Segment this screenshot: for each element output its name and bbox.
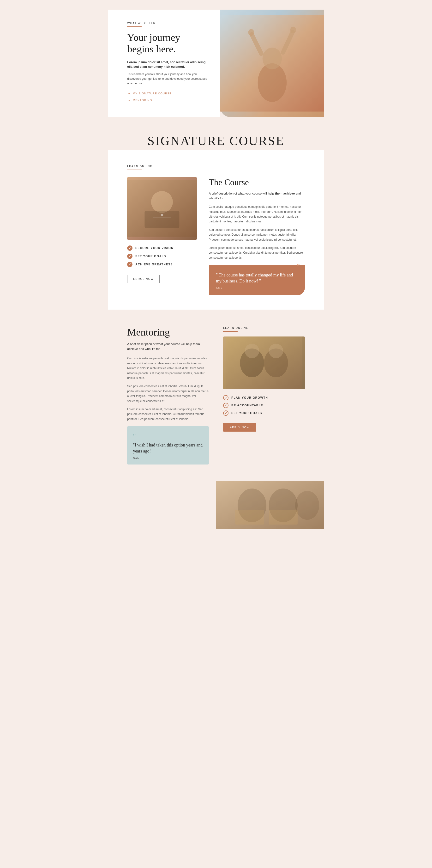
svg-rect-21 [235, 510, 264, 525]
mentoring-body-1: Cum sociis natoque penatibus et magnis d… [127, 356, 209, 380]
hero-link-course[interactable]: → MY SIGNATURE COURSE [127, 92, 208, 95]
hero-image [220, 10, 324, 117]
testimonial-author: AMY [216, 286, 298, 289]
mentoring-checklist-item-3: SET YOUR GOALS [223, 410, 305, 416]
mentoring-checklist-item-2: BE ACCOUNTABLE [223, 403, 305, 408]
arrow-icon-mentoring: → [127, 98, 131, 102]
mentoring-section: Mentoring A brief description of what yo… [108, 310, 324, 481]
course-right: The Course A brief description of what y… [209, 177, 305, 295]
course-body-3: Lorem ipsum dolor sit amet, consectetur … [209, 245, 305, 260]
hero-desc: This is where you talk about your journe… [127, 72, 208, 86]
hero-link-mentoring[interactable]: → MENTORING [127, 98, 208, 102]
checklist-item-1: SECURE YOUR VISION [127, 245, 197, 251]
course-image [127, 177, 197, 240]
signature-course-banner: SIGNATURE COURSE [108, 127, 324, 150]
mentoring-check-icon-1 [223, 395, 229, 400]
svg-point-16 [269, 344, 283, 358]
checklist-item-2: SET YOUR GOALS [127, 254, 197, 259]
mentoring-check-icon-2 [223, 403, 229, 408]
svg-point-6 [290, 27, 296, 33]
mentoring-check-icon-3 [223, 410, 229, 416]
mentoring-body-3: Lorem ipsum dolor sit amet, consectetur … [127, 407, 209, 422]
svg-point-20 [295, 491, 319, 520]
mentoring-brief: A brief description of what your course … [127, 342, 209, 351]
mentoring-image [223, 337, 305, 389]
signature-course-title: SIGNATURE COURSE [108, 134, 324, 148]
mentoring-testimonial: " "I wish I had taken this option years … [127, 426, 209, 464]
course-section: LEARN ONLINE [108, 150, 324, 310]
hero-bold-desc: Lorem ipsum dolor sit amet, consectetuer… [127, 60, 208, 69]
mentoring-left: Mentoring A brief description of what yo… [127, 327, 209, 464]
mentoring-quote-icon: " [133, 432, 203, 440]
mentoring-checklist-label-3: SET YOUR GOALS [231, 411, 262, 415]
svg-point-2 [263, 48, 282, 69]
svg-rect-9 [144, 211, 179, 228]
hero-left: WHAT WE OFFER Your journey begins here. … [108, 10, 220, 117]
check-icon-2 [127, 254, 132, 259]
mentoring-testimonial-author: DAN [133, 457, 203, 460]
mentoring-title: Mentoring [127, 327, 209, 338]
mentoring-learn-online-underline [223, 331, 238, 332]
hero-title: Your journey begins here. [127, 32, 208, 55]
bottom-image [216, 481, 324, 529]
learn-online-underline [127, 169, 142, 170]
mentoring-checklist-item-1: PLAN YOUR GROWTH [223, 395, 305, 400]
svg-point-15 [245, 344, 259, 358]
hero-right [220, 10, 324, 117]
learn-online-label: LEARN ONLINE [127, 165, 305, 168]
testimonial-text: " The course has totally changed my life… [216, 272, 298, 284]
mentoring-right: LEARN ONLINE [223, 327, 305, 464]
checklist-label-2: SET YOUR GOALS [135, 255, 166, 258]
mentoring-content: Mentoring A brief description of what yo… [127, 327, 305, 464]
mentoring-learn-online-label: LEARN ONLINE [223, 327, 305, 329]
apply-button[interactable]: APPLY NOW [223, 423, 256, 432]
svg-point-5 [248, 29, 254, 36]
svg-point-8 [151, 191, 173, 213]
mentoring-checklist-label-1: PLAN YOUR GROWTH [231, 396, 268, 399]
course-body-1: Cum sociis natoque penatibus et magnis d… [209, 205, 305, 224]
enrol-button[interactable]: ENROL NOW [127, 275, 160, 283]
course-body-2: Sed posuere consectetur est at lobortis.… [209, 227, 305, 242]
svg-point-11 [161, 214, 163, 216]
check-icon-3 [127, 262, 132, 267]
mentoring-checklist-label-2: BE ACCOUNTABLE [231, 404, 263, 407]
hero-label-underline [127, 26, 142, 27]
svg-rect-22 [269, 510, 298, 525]
checklist-item-3: ACHIEVE GREATNESS [127, 262, 197, 267]
course-brief: A brief description of what your course … [209, 191, 305, 200]
course-title: The Course [209, 177, 305, 187]
quote-icon: " [296, 262, 300, 272]
check-icon-1 [127, 245, 132, 251]
what-we-offer-label: WHAT WE OFFER [127, 22, 208, 25]
hero-section: WHAT WE OFFER Your journey begins here. … [108, 0, 324, 127]
course-testimonial: " " The course has totally changed my li… [209, 265, 305, 295]
course-left: SECURE YOUR VISION SET YOUR GOALS ACHIEV… [127, 177, 197, 295]
checklist-label-1: SECURE YOUR VISION [135, 246, 173, 250]
arrow-icon-course: → [127, 92, 131, 95]
course-content: SECURE YOUR VISION SET YOUR GOALS ACHIEV… [127, 177, 305, 295]
bottom-image-section [108, 481, 324, 529]
mentoring-testimonial-text: "I wish I had taken this option years an… [133, 442, 203, 454]
mentoring-body-2: Sed posuere consectetur est at lobortis.… [127, 384, 209, 403]
checklist-label-3: ACHIEVE GREATNESS [135, 263, 173, 266]
